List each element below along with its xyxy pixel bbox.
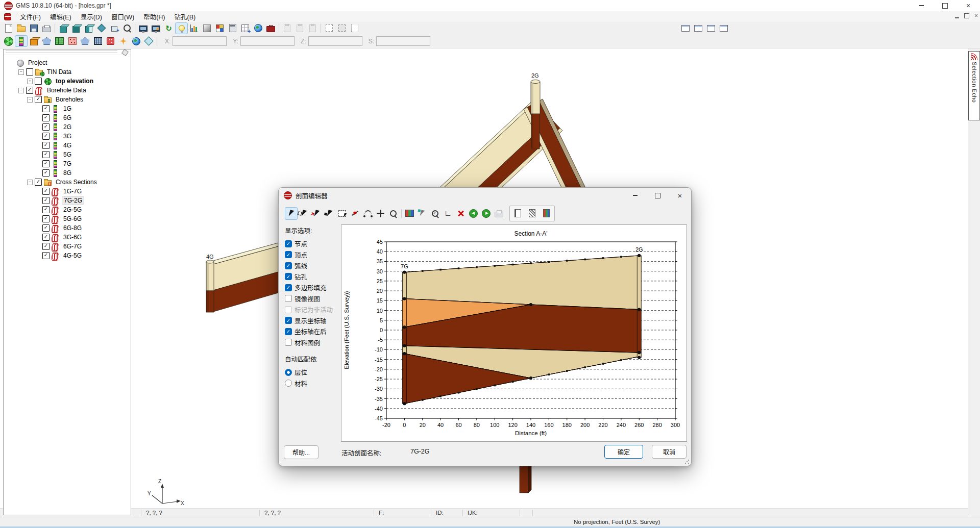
cross-section-chart-panel[interactable]: 7G2G-45-40-35-30-25-20-15-10-50510152025… [341,224,687,442]
scatter-2d-module-icon[interactable] [66,35,79,47]
menu-edit[interactable]: 编辑(E) [45,11,76,22]
child-close-icon[interactable]: × [974,12,978,19]
tree-checkbox[interactable]: ✓ [42,197,50,204]
tree-checkbox[interactable]: ✓ [42,243,50,250]
tree-item-label[interactable]: 7G [62,160,73,167]
section-display-icon[interactable] [403,207,416,220]
mesh-3d-module-icon[interactable] [79,35,91,47]
solid-module-icon[interactable] [28,35,40,47]
tree-item-label[interactable]: 6G-7G [62,243,83,250]
save-icon[interactable] [28,22,40,34]
menu-borehole[interactable]: 钻孔(B) [169,11,200,22]
option-材料图例[interactable]: 材料图例 [285,337,339,348]
view-plan-icon[interactable] [82,22,95,34]
tree-row-cross-sections[interactable]: −✓Cross Sections [4,178,131,187]
radio-button[interactable] [285,380,292,387]
grid-3d-module-icon[interactable] [53,35,66,47]
tree-item-label[interactable]: top elevation [54,78,95,85]
tree-item-label[interactable]: 3G-6G [62,234,83,241]
material-colors-icon[interactable] [213,22,226,34]
display-settings-icon[interactable] [150,22,162,34]
menu-help[interactable]: 帮助(H) [139,11,169,22]
select-polygon-tool[interactable] [336,207,349,220]
child-minimize-icon[interactable] [955,17,959,18]
option-镜像视图[interactable]: 镜像视图 [285,293,339,305]
view-oblique-icon[interactable] [95,22,108,34]
select-box-icon[interactable] [323,22,335,34]
tree-item-label[interactable]: 3G [62,133,73,140]
pattern-color-icon[interactable] [540,207,553,220]
checkbox[interactable] [285,306,292,313]
checkbox[interactable]: ✓ [285,328,292,335]
tree-checkbox[interactable]: ✓ [42,206,50,213]
print-section-icon[interactable] [493,207,505,220]
tree-row-1g-7g[interactable]: ✓1G-7G [4,187,131,196]
new-window-icon[interactable] [239,22,252,34]
tree-checkbox[interactable]: ✓ [42,114,50,121]
scatter-3d-module-icon[interactable] [104,35,117,47]
select-vertex-tool[interactable] [298,207,310,220]
pattern-hatch-icon[interactable] [526,207,538,220]
tree-row-2g[interactable]: ✓2G [4,122,131,132]
tree-item-label[interactable]: 1G-7G [62,188,83,195]
option-弧线[interactable]: ✓弧线 [285,260,339,271]
checkbox[interactable] [285,339,292,346]
tree-item-label[interactable]: 1G [62,105,73,112]
pin-icon[interactable] [121,49,129,56]
contour-options-icon[interactable] [188,22,201,34]
tree-item-label[interactable]: 4G-5G [62,252,83,259]
print-icon[interactable] [40,22,53,34]
tree-item-label[interactable]: 5G [62,151,73,158]
ok-button[interactable]: 确定 [604,445,643,459]
zoom-section-icon[interactable] [429,207,442,220]
tree-row-6g[interactable]: ✓6G [4,113,131,122]
tree-checkbox[interactable]: ✓ [42,215,50,222]
ugrid-2-module-icon[interactable] [142,35,155,47]
create-arc-tool[interactable] [361,207,374,220]
gis-module-icon[interactable] [130,35,142,47]
tree-checkbox[interactable]: ✓ [42,142,50,149]
tree-checkbox[interactable]: ✓ [35,179,42,186]
web-globe-icon[interactable] [252,22,264,34]
tree-item-label[interactable]: Cross Sections [54,179,99,186]
tree-row-6g-8g[interactable]: ✓6G-8G [4,223,131,233]
tree-item-label[interactable]: 5G-6G [62,215,83,222]
option-钻孔[interactable]: ✓钻孔 [285,271,339,283]
refresh-icon[interactable]: ↻ [162,22,175,34]
tree-row-borehole-data[interactable]: −✓Borehole Data [4,86,131,95]
pick-material-tool[interactable] [416,207,429,220]
automatch-option-层位[interactable]: 层位 [285,367,339,378]
checkbox[interactable]: ✓ [285,317,292,324]
previous-section-button[interactable] [467,207,480,220]
x-coordinate-field[interactable] [173,36,227,46]
s-coordinate-field[interactable] [376,36,430,46]
delete-icon[interactable] [454,207,467,220]
tree-row-2g-5g[interactable]: ✓2G-5G [4,205,131,214]
window-close-button[interactable]: × [957,0,980,11]
tree-row-7g-2g[interactable]: ✓7G-2G [4,196,131,205]
tree-checkbox[interactable]: ✓ [42,151,50,158]
tree-expander-icon[interactable]: − [27,180,33,185]
tree-checkbox[interactable]: ✓ [42,133,50,140]
zoom-tool[interactable] [387,207,400,220]
tree-row-tin-data[interactable]: −TIN Data [4,67,131,77]
mesh-2d-module-icon[interactable] [40,35,53,47]
paste-icon[interactable] [306,22,319,34]
window-minimize-button[interactable] [910,0,933,11]
tree-row-8g[interactable]: ✓8G [4,168,131,178]
open-file-icon[interactable] [15,22,28,34]
tree-item-label[interactable]: 2G [62,123,73,131]
tree-expander-icon[interactable]: + [27,79,33,84]
window-pane-2-icon[interactable] [692,22,704,34]
tree-checkbox[interactable]: ✓ [42,160,50,167]
menu-window[interactable]: 窗口(W) [107,11,139,22]
option-多边形填充[interactable]: ✓多边形填充 [285,282,339,293]
tree-checkbox[interactable] [26,68,33,76]
z-coordinate-field[interactable] [308,36,362,46]
tree-checkbox[interactable]: ✓ [26,87,33,94]
tree-item-label[interactable]: 7G-2G [62,196,84,205]
dialog-resize-grip[interactable] [684,459,690,464]
tree-item-label[interactable]: Boreholes [54,96,85,103]
tree-row-project[interactable]: Project [4,58,131,67]
tree-checkbox[interactable]: ✓ [42,188,50,195]
